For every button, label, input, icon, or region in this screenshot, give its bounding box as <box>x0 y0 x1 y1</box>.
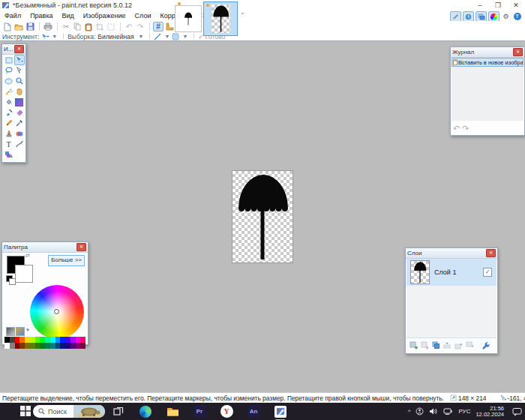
tray-chevron[interactable]: ^ <box>408 408 411 415</box>
tool-move-selected-pixels[interactable] <box>14 55 25 65</box>
palette-more-button[interactable]: Больше >> <box>48 255 85 266</box>
palette-swatch[interactable] <box>76 337 81 343</box>
start-button-icon[interactable] <box>20 406 31 416</box>
palette-swatch[interactable] <box>76 343 81 349</box>
palette-swatch[interactable] <box>60 337 65 343</box>
move-layer-down-icon[interactable] <box>466 341 474 350</box>
tool-eraser[interactable] <box>14 107 25 118</box>
palette-swatch[interactable] <box>30 337 35 343</box>
draw-mode-caret[interactable]: ▼ <box>164 34 170 39</box>
palette-swatch[interactable] <box>80 337 86 343</box>
premiere-button[interactable]: Pr <box>193 405 206 418</box>
yandex-browser-button[interactable]: Y <box>220 405 233 418</box>
palette-swatch[interactable] <box>60 343 65 349</box>
tools-window-titlebar[interactable]: И... ✕ <box>2 44 26 55</box>
palette-swatch[interactable] <box>50 337 56 343</box>
palette-swatch[interactable] <box>35 337 40 343</box>
swap-colors-icon[interactable]: ⇄ <box>26 253 30 259</box>
palette-swatch[interactable] <box>65 343 70 349</box>
tool-lasso-select[interactable] <box>4 65 14 76</box>
print-button[interactable] <box>43 22 53 32</box>
tool-pan[interactable] <box>14 86 25 97</box>
palette-swatch[interactable] <box>25 343 30 349</box>
palette-swatch[interactable] <box>40 343 45 349</box>
tool-move-selection[interactable] <box>14 65 25 76</box>
copy-button[interactable] <box>72 22 82 32</box>
color-mode-button[interactable] <box>6 327 15 336</box>
tools-window-close-icon[interactable]: ✕ <box>14 45 24 53</box>
draw-mode-icon[interactable] <box>154 33 162 40</box>
menu-edit[interactable]: Правка <box>26 10 57 21</box>
cut-button[interactable]: ✂ <box>61 22 71 32</box>
network-icon[interactable] <box>443 407 453 416</box>
taskbar-clock[interactable]: 21:56 12.02.2024 <box>476 406 504 418</box>
tool-gradient[interactable] <box>14 97 25 107</box>
palette-swatch[interactable] <box>70 337 76 343</box>
history-window-titlebar[interactable]: Журнал ✕ <box>451 47 524 58</box>
paste-button[interactable] <box>83 22 94 32</box>
layers-window-titlebar[interactable]: Слои ✕ <box>406 248 497 259</box>
taskbar-search-box[interactable]: Поиск <box>33 405 105 418</box>
merge-down-icon[interactable] <box>443 341 452 350</box>
minimize-button[interactable]: – <box>471 0 489 10</box>
sampling-dropdown-caret[interactable]: ▼ <box>139 34 144 39</box>
tool-paintbrush[interactable] <box>4 107 14 118</box>
help-button[interactable]: ? <box>512 12 522 21</box>
palette-window-titlebar[interactable]: Палитра ✕ <box>2 242 88 253</box>
menu-file[interactable]: Файл <box>0 10 26 21</box>
new-file-button[interactable] <box>2 22 13 32</box>
tool-pencil[interactable] <box>4 118 14 128</box>
add-layer-icon[interactable] <box>410 341 418 350</box>
palette-swatch[interactable] <box>20 343 25 349</box>
notifications-icon[interactable] <box>512 407 522 416</box>
layer-row-selected[interactable]: Слой 1 ✓ <box>406 259 496 286</box>
palette-swatch[interactable] <box>45 337 50 343</box>
tab-overflow-chevron[interactable]: ⌄ <box>240 9 245 16</box>
settings-button[interactable]: ⚙ <box>501 12 511 21</box>
tray-app-icon[interactable] <box>416 407 424 416</box>
tool-rectangle-select[interactable] <box>4 55 14 65</box>
tool-dropdown-caret[interactable]: ▼ <box>52 34 57 39</box>
layers-window-close-icon[interactable]: ✕ <box>486 249 496 257</box>
palette-swatch[interactable] <box>10 337 15 343</box>
palette-swatch[interactable] <box>20 337 25 343</box>
tool-magic-wand[interactable] <box>4 86 14 97</box>
history-undo-icon[interactable]: ↶ <box>453 124 462 133</box>
sampling-value[interactable]: Билинейная <box>98 33 134 40</box>
palette-swatch[interactable] <box>50 343 56 349</box>
palette-swatch[interactable] <box>10 343 15 349</box>
color-wheel-selector[interactable] <box>54 309 59 314</box>
tool-recolor[interactable] <box>14 128 25 139</box>
palette-manager-button[interactable] <box>16 327 25 336</box>
tool-paint-bucket[interactable] <box>4 97 14 107</box>
secondary-color-swatch[interactable] <box>15 265 33 283</box>
language-indicator[interactable]: РУС <box>458 408 470 415</box>
tool-clone-stamp[interactable] <box>4 128 14 139</box>
move-tool-icon[interactable] <box>41 33 50 40</box>
history-redo-icon[interactable]: ↷ <box>462 124 471 133</box>
palette-swatch[interactable] <box>30 343 35 349</box>
undo-button[interactable]: ↶ <box>124 22 134 32</box>
layer-properties-wrench-icon[interactable] <box>482 341 490 350</box>
history-window-close-icon[interactable]: ✕ <box>513 48 523 56</box>
palette-swatch[interactable] <box>45 343 50 349</box>
save-button[interactable] <box>25 22 35 32</box>
tool-line-curve[interactable] <box>14 139 25 149</box>
animate-button[interactable]: An <box>247 405 260 418</box>
layers-window-toggle[interactable] <box>476 11 487 22</box>
ruler-toggle-button[interactable] <box>164 22 175 32</box>
palette-swatch[interactable] <box>80 343 86 349</box>
tool-ellipse-select[interactable] <box>4 76 14 86</box>
history-item[interactable]: Вставить в новое изображение <box>452 58 524 67</box>
canvas[interactable] <box>232 171 292 262</box>
task-view-button[interactable] <box>112 405 125 418</box>
tool-zoom[interactable] <box>14 76 25 86</box>
selection-mode-caret[interactable]: ▼ <box>182 34 188 39</box>
menu-view[interactable]: Вид <box>58 10 79 21</box>
tools-window-toggle[interactable] <box>450 11 461 22</box>
palette-swatch[interactable] <box>56 343 61 349</box>
palette-window-close-icon[interactable]: ✕ <box>76 243 86 251</box>
palette-swatch[interactable] <box>70 343 76 349</box>
crop-button[interactable] <box>94 22 105 32</box>
menu-image[interactable]: Изображение <box>79 10 130 21</box>
